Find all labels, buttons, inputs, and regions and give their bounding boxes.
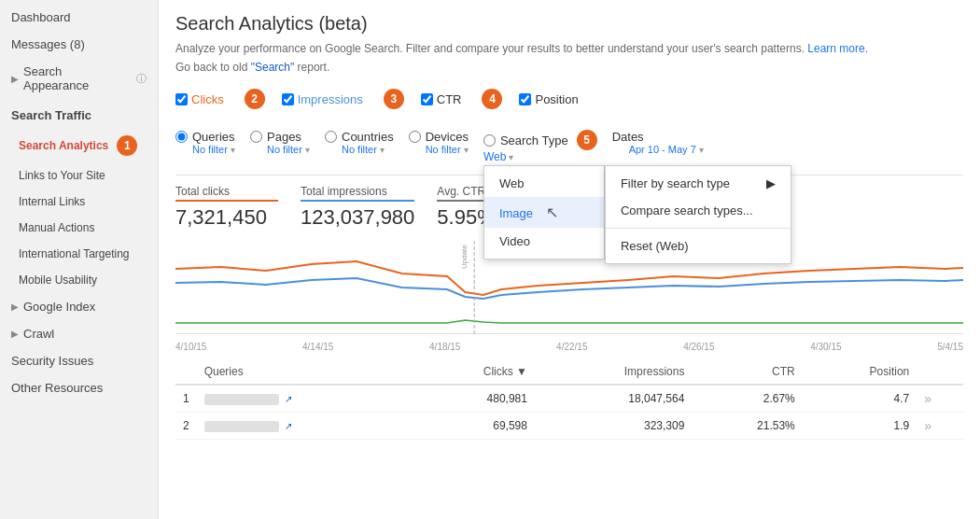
- search-type-submenu: Filter by search type ▶ Compare search t…: [605, 165, 791, 264]
- sidebar-item-internal-links-label: Internal Links: [19, 195, 85, 208]
- position-checkbox[interactable]: Position: [519, 92, 578, 106]
- impressions-checkbox-input[interactable]: [282, 93, 294, 105]
- row-1-ctr: 2.67%: [692, 385, 802, 413]
- sidebar-item-dashboard[interactable]: Dashboard: [0, 4, 158, 31]
- filter-dates[interactable]: Dates Apr 10 - May 7 ▾: [612, 126, 719, 159]
- queries-radio[interactable]: [175, 131, 188, 143]
- expand-icon-2: »: [924, 418, 931, 433]
- search-type-filter-arrow: ▾: [509, 152, 513, 162]
- dates-filter-sub[interactable]: Apr 10 - May 7 ▾: [629, 144, 704, 155]
- sidebar-item-search-analytics[interactable]: Search Analytics 1: [0, 129, 158, 162]
- clicks-checkbox-input[interactable]: [175, 93, 188, 105]
- row-1-query[interactable]: ↗: [197, 385, 412, 413]
- annotation-badge-5: 5: [577, 130, 597, 150]
- countries-radio[interactable]: [325, 131, 337, 143]
- page-title: Search Analytics (beta): [175, 13, 963, 35]
- annotation-badge-2: 2: [245, 89, 265, 109]
- row-2-expand[interactable]: »: [917, 413, 963, 440]
- dates-filter-arrow: ▾: [699, 145, 704, 155]
- sidebar-item-crawl[interactable]: ▶ Crawl: [0, 320, 158, 347]
- sidebar-item-search-appearance[interactable]: ▶ Search Appearance ⓘ: [0, 58, 158, 99]
- ctr-checkbox[interactable]: CTR: [421, 92, 462, 106]
- row-1-impressions: 18,047,564: [535, 385, 692, 413]
- filter-queries[interactable]: Queries No filter ▾: [175, 126, 250, 159]
- sidebar-item-security-issues[interactable]: Security Issues: [0, 347, 158, 374]
- pages-filter-arrow: ▾: [305, 145, 310, 155]
- chevron-right-icon-crawl: ▶: [11, 329, 19, 339]
- compare-search-types-item[interactable]: Compare search types...: [606, 197, 791, 224]
- menu-divider: [606, 228, 791, 229]
- page-description: Analyze your performance on Google Searc…: [175, 40, 963, 57]
- sidebar-section-label: Search Traffic: [11, 108, 91, 122]
- col-ctr: CTR: [692, 359, 802, 385]
- dropdown-video[interactable]: Video: [484, 228, 604, 255]
- search-type-radio[interactable]: [483, 134, 496, 147]
- sidebar-item-messages[interactable]: Messages (8): [0, 31, 158, 58]
- sidebar-item-intl-targeting[interactable]: International Targeting: [0, 241, 158, 267]
- row-2-query[interactable]: ↗: [197, 413, 412, 440]
- countries-filter-sub[interactable]: No filter ▾: [342, 144, 394, 155]
- learn-more-link[interactable]: Learn more.: [807, 42, 868, 55]
- filter-by-search-type-item[interactable]: Filter by search type ▶: [606, 170, 791, 197]
- annotation-badge-1: 1: [117, 135, 137, 156]
- external-link-icon-1: ↗: [285, 394, 292, 404]
- queries-filter-sub[interactable]: No filter ▾: [192, 144, 235, 155]
- sidebar-item-mobile-usability[interactable]: Mobile Usability: [0, 267, 158, 293]
- position-checkbox-input[interactable]: [519, 93, 531, 105]
- dropdown-image[interactable]: Image ↖: [484, 197, 604, 228]
- blurred-query-1: [204, 394, 279, 405]
- filter-countries[interactable]: Countries No filter ▾: [325, 126, 409, 159]
- row-2-clicks: 69,598: [412, 413, 535, 440]
- sidebar-item-manual-actions-label: Manual Actions: [19, 221, 94, 234]
- table-header-row: Queries Clicks ▼ Impressions CTR Positio…: [175, 359, 963, 385]
- info-icon: ⓘ: [136, 72, 147, 86]
- date-axis: 4/10/15 4/14/15 4/18/15 4/22/15 4/26/15 …: [175, 340, 963, 359]
- sidebar-item-internal-links[interactable]: Internal Links: [0, 189, 158, 215]
- row-1-expand[interactable]: »: [917, 385, 963, 413]
- impressions-label: Impressions: [298, 92, 363, 106]
- chevron-right-icon-google-index: ▶: [11, 302, 19, 312]
- date-label-2: 4/18/15: [429, 342, 460, 352]
- pages-filter-label: Pages: [267, 130, 301, 144]
- filter-pages[interactable]: Pages No filter ▾: [250, 126, 325, 159]
- pages-filter-sub[interactable]: No filter ▾: [267, 144, 310, 155]
- row-2-num: 2: [175, 413, 197, 440]
- sidebar-item-links-to-your-site[interactable]: Links to Your Site: [0, 162, 158, 189]
- date-label-1: 4/14/15: [302, 342, 333, 352]
- date-label-3: 4/22/15: [556, 342, 587, 352]
- date-label-4: 4/26/15: [683, 342, 714, 352]
- dropdown-web[interactable]: Web: [484, 170, 604, 197]
- filter-devices[interactable]: Devices No filter ▾: [409, 126, 483, 159]
- total-impressions-value: 123,037,980: [301, 205, 414, 230]
- reset-web-item[interactable]: Reset (Web): [606, 232, 791, 260]
- filter-search-type[interactable]: Search Type 5 Web ▾ Web Image ↖ Video Fi…: [483, 126, 612, 167]
- stat-total-impressions: Total impressions 123,037,980: [301, 185, 414, 230]
- old-search-anchor[interactable]: "Search": [251, 61, 295, 74]
- ctr-label: CTR: [437, 92, 462, 106]
- search-type-filter-sub[interactable]: Web ▾: [483, 150, 597, 163]
- position-label: Position: [535, 92, 578, 106]
- chevron-right-icon: ▶: [11, 74, 19, 84]
- row-1-clicks: 480,981: [412, 385, 535, 413]
- clicks-checkbox[interactable]: Clicks: [175, 92, 224, 106]
- col-clicks[interactable]: Clicks ▼: [412, 359, 535, 385]
- old-search-link-text: Go back to old "Search" report.: [175, 61, 963, 74]
- col-impressions: Impressions: [535, 359, 692, 385]
- impressions-checkbox[interactable]: Impressions: [282, 92, 363, 106]
- ctr-checkbox-input[interactable]: [421, 93, 433, 105]
- sidebar-item-other-resources[interactable]: Other Resources: [0, 374, 158, 401]
- devices-radio[interactable]: [409, 131, 421, 143]
- countries-filter-arrow: ▾: [380, 145, 385, 155]
- sidebar-item-dashboard-label: Dashboard: [11, 10, 71, 24]
- cursor-pointer-icon: ↖: [546, 204, 558, 220]
- row-2-position: 1.9: [803, 413, 917, 440]
- date-label-0: 4/10/15: [175, 342, 206, 352]
- pages-radio[interactable]: [250, 131, 262, 143]
- metrics-checkboxes-row: Clicks 2 Impressions 3 CTR 4 Position: [175, 83, 963, 115]
- dates-filter-label: Dates: [612, 130, 644, 144]
- sidebar-item-manual-actions[interactable]: Manual Actions: [0, 215, 158, 241]
- sidebar-item-google-index[interactable]: ▶ Google Index: [0, 293, 158, 320]
- devices-filter-sub[interactable]: No filter ▾: [426, 144, 469, 155]
- date-label-5: 4/30/15: [810, 342, 841, 352]
- blurred-query-2: [204, 421, 279, 432]
